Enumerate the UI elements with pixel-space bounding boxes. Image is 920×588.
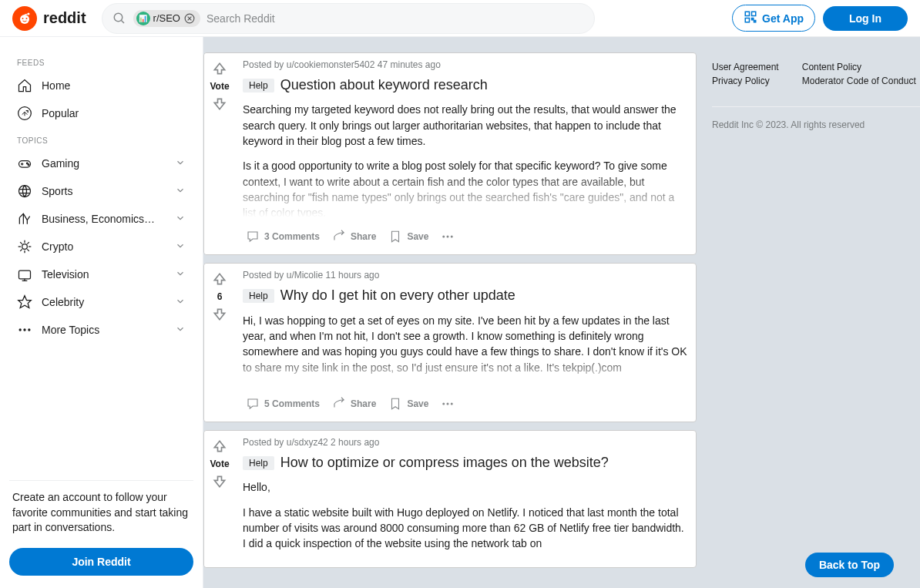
svg-rect-33 <box>19 270 31 279</box>
sidebar-item-gaming[interactable]: Gaming <box>9 150 193 177</box>
svg-point-20 <box>19 186 31 197</box>
svg-rect-12 <box>752 18 754 20</box>
header: reddit 📊 r/SEO Get App Log In <box>0 0 920 37</box>
svg-point-3 <box>26 18 28 19</box>
gamepad-icon <box>17 156 32 171</box>
downvote-button[interactable] <box>210 95 229 113</box>
clear-scope-icon[interactable] <box>183 12 196 25</box>
chart-icon <box>17 211 32 227</box>
vote-column: 6 <box>204 264 235 422</box>
svg-line-5 <box>121 20 124 23</box>
svg-point-0 <box>20 15 29 24</box>
save-button[interactable]: Save <box>385 392 431 415</box>
chevron-down-icon <box>175 213 186 226</box>
svg-line-32 <box>27 242 29 244</box>
sidebar-item-television[interactable]: Television <box>9 260 193 288</box>
sidebar-label: Business, Economics, a... <box>42 213 157 225</box>
share-button[interactable]: Share <box>329 225 379 248</box>
more-actions-button[interactable] <box>438 392 458 415</box>
join-reddit-button[interactable]: Join Reddit <box>9 548 193 576</box>
search-scope-pill[interactable]: 📊 r/SEO <box>133 10 200 27</box>
home-icon <box>17 78 32 93</box>
copyright-text: Reddit Inc © 2023. All rights reserved <box>712 119 920 130</box>
upvote-button[interactable] <box>210 59 229 78</box>
downvote-button[interactable] <box>210 305 229 324</box>
post-author-link[interactable]: u/Micolie <box>287 270 323 281</box>
search-scope-label: r/SEO <box>153 12 180 24</box>
sidebar: FEEDS Home Popular TOPICS Gaming Sports … <box>0 37 203 588</box>
svg-point-38 <box>23 328 25 331</box>
qr-icon <box>744 10 757 26</box>
chevron-down-icon <box>175 324 186 337</box>
get-app-button[interactable]: Get App <box>732 5 815 32</box>
sidebar-item-popular[interactable]: Popular <box>9 99 193 127</box>
sidebar-label: More Topics <box>42 324 99 336</box>
sidebar-label: Television <box>42 268 89 281</box>
chevron-down-icon <box>175 268 186 281</box>
sidebar-item-home[interactable]: Home <box>9 72 193 99</box>
subreddit-icon: 📊 <box>136 12 150 25</box>
popular-icon <box>17 106 32 121</box>
post-meta: Posted by u/Micolie 11 hours ago <box>243 270 688 281</box>
post-author-link[interactable]: u/cookiemonster5402 <box>287 59 375 70</box>
svg-rect-10 <box>752 12 756 15</box>
post-title[interactable]: Question about keyword research <box>280 76 488 94</box>
upvote-button[interactable] <box>210 270 229 288</box>
upvote-button[interactable] <box>210 437 229 455</box>
sidebar-label: Popular <box>42 107 79 119</box>
post-actions: 5 Comments Share Save <box>243 392 688 415</box>
chevron-down-icon <box>175 157 186 170</box>
vote-score: Vote <box>210 459 229 469</box>
divider <box>712 106 920 107</box>
svg-point-45 <box>451 402 453 405</box>
search-input[interactable] <box>206 12 585 25</box>
svg-point-39 <box>28 328 30 331</box>
post[interactable]: Vote Posted by u/cookiemonster5402 47 mi… <box>203 52 697 255</box>
divider <box>9 480 193 481</box>
post[interactable]: Vote Posted by u/sdxyz42 2 hours ago Hel… <box>203 430 697 568</box>
svg-point-40 <box>443 236 445 238</box>
comments-button[interactable]: 5 Comments <box>243 392 323 415</box>
svg-line-31 <box>20 249 22 251</box>
svg-point-18 <box>27 163 29 164</box>
post-flair[interactable]: Help <box>243 289 274 303</box>
post-flair[interactable]: Help <box>243 79 274 92</box>
svg-point-41 <box>447 236 449 238</box>
footer-link[interactable]: Moderator Code of Conduct <box>802 76 916 86</box>
svg-point-42 <box>451 236 453 238</box>
login-button[interactable]: Log In <box>823 6 908 31</box>
post-body-text: Hello, I have a static website built wit… <box>243 479 688 560</box>
post[interactable]: 6 Posted by u/Micolie 11 hours ago Help … <box>203 263 697 422</box>
post-actions: 3 Comments Share Save <box>243 225 688 248</box>
footer-link[interactable]: Privacy Policy <box>712 76 779 86</box>
svg-line-30 <box>27 249 29 251</box>
logo[interactable]: reddit <box>12 6 86 31</box>
sidebar-item-sports[interactable]: Sports <box>9 177 193 205</box>
sidebar-item-more[interactable]: More Topics <box>9 316 193 344</box>
sidebar-item-crypto[interactable]: Crypto <box>9 233 193 260</box>
downvote-button[interactable] <box>210 472 229 491</box>
back-to-top-button[interactable]: Back to Top <box>805 553 894 577</box>
svg-point-4 <box>114 13 123 22</box>
chevron-down-icon <box>175 185 186 198</box>
search-icon <box>112 11 127 26</box>
post-title[interactable]: Why do I get hit on every other update <box>280 287 515 304</box>
share-button[interactable]: Share <box>329 392 379 415</box>
footer-link[interactable]: Content Policy <box>802 62 916 72</box>
search-bar[interactable]: 📊 r/SEO <box>102 3 595 34</box>
chevron-down-icon <box>175 296 186 309</box>
svg-line-29 <box>20 242 22 244</box>
post-title[interactable]: How to optimize or compress images on th… <box>280 454 609 472</box>
sidebar-item-celebrity[interactable]: Celebrity <box>9 288 193 316</box>
sports-icon <box>17 183 32 199</box>
save-button[interactable]: Save <box>385 225 431 248</box>
more-actions-button[interactable] <box>438 225 458 248</box>
svg-point-37 <box>19 328 22 331</box>
svg-rect-13 <box>754 21 756 22</box>
comments-button[interactable]: 3 Comments <box>243 225 323 248</box>
sidebar-label: Home <box>42 79 70 92</box>
sidebar-item-business[interactable]: Business, Economics, a... <box>9 205 193 233</box>
footer-link[interactable]: User Agreement <box>712 62 779 72</box>
post-flair[interactable]: Help <box>243 456 274 470</box>
post-author-link[interactable]: u/sdxyz42 <box>287 437 328 448</box>
